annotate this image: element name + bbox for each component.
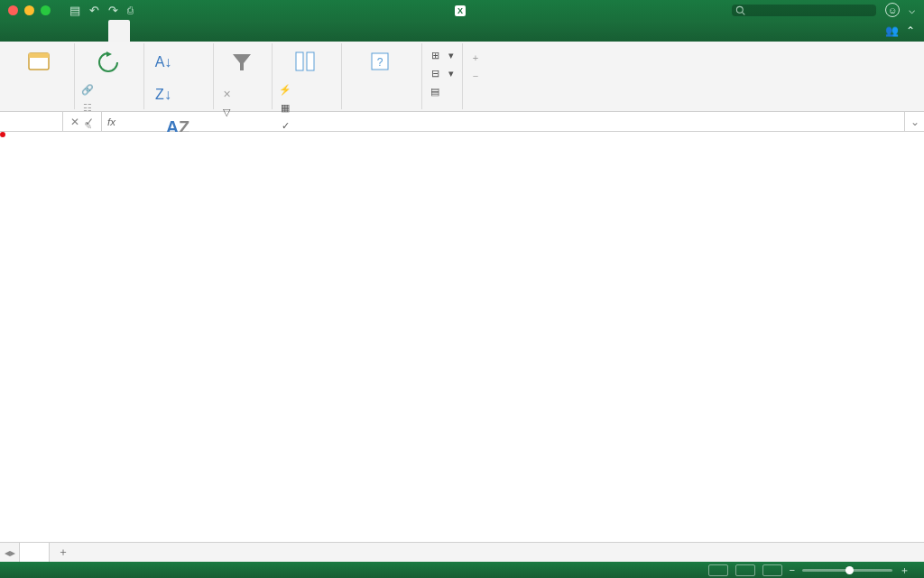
tab-view[interactable] bbox=[152, 20, 173, 42]
formula-input[interactable] bbox=[121, 112, 904, 131]
svg-marker-4 bbox=[106, 51, 112, 57]
tab-data[interactable] bbox=[108, 20, 130, 42]
tab-insert[interactable] bbox=[22, 20, 43, 42]
tab-formulas[interactable] bbox=[87, 20, 108, 42]
titlebar-menu-icon[interactable]: ⌵ bbox=[909, 4, 915, 16]
collapse-ribbon-icon[interactable]: ⌃ bbox=[906, 24, 915, 37]
svg-line-1 bbox=[743, 12, 745, 14]
tab-page-layout[interactable] bbox=[65, 20, 87, 42]
minimize-window-icon[interactable] bbox=[24, 5, 34, 15]
sort-desc-button[interactable]: Z↓ bbox=[148, 78, 179, 110]
subtotal-button[interactable]: ▤ bbox=[426, 82, 457, 100]
view-page-break-icon[interactable] bbox=[762, 564, 782, 576]
sort-asc-button[interactable]: A↓ bbox=[148, 45, 179, 78]
undo-icon[interactable]: ↶ bbox=[89, 4, 99, 17]
window-controls bbox=[8, 5, 51, 15]
refresh-all-button[interactable] bbox=[79, 45, 138, 78]
svg-rect-7 bbox=[307, 52, 314, 70]
add-sheet-button[interactable]: ＋ bbox=[50, 543, 77, 562]
clear-filter-button[interactable]: ✕ bbox=[217, 85, 266, 103]
titlebar: ▤ ↶ ↷ ⎙ X ☺ ⌵ bbox=[0, 0, 924, 20]
quick-access: ▤ ↶ ↷ ⎙ bbox=[69, 4, 134, 17]
group-button[interactable]: ⊞ ▾ bbox=[426, 46, 457, 64]
external-data-button[interactable] bbox=[9, 45, 69, 78]
feedback-icon[interactable]: ☺ bbox=[885, 3, 900, 17]
svg-marker-5 bbox=[233, 54, 251, 70]
text-to-columns-button[interactable] bbox=[276, 45, 336, 78]
view-normal-icon[interactable] bbox=[708, 564, 728, 576]
sheet-tab-active[interactable] bbox=[20, 543, 50, 562]
sheet-nav-icon[interactable]: ◂▸ bbox=[0, 543, 20, 562]
status-bar: − ＋ bbox=[0, 562, 924, 578]
tab-draw[interactable] bbox=[43, 20, 65, 42]
excel-icon: X bbox=[455, 5, 466, 16]
svg-rect-3 bbox=[29, 53, 49, 58]
print-icon[interactable]: ⎙ bbox=[127, 5, 134, 15]
share-button[interactable]: 👥 bbox=[885, 24, 899, 37]
zoom-in-icon[interactable]: ＋ bbox=[900, 564, 910, 577]
zoom-window-icon[interactable] bbox=[41, 5, 51, 15]
show-detail-button[interactable]: + bbox=[467, 49, 485, 67]
what-if-button[interactable]: ? bbox=[346, 45, 416, 78]
filter-button[interactable] bbox=[217, 45, 266, 78]
connections-button[interactable]: 🔗 bbox=[79, 80, 138, 98]
redo-icon[interactable]: ↷ bbox=[108, 4, 118, 17]
worksheet[interactable] bbox=[0, 132, 924, 542]
zoom-out-icon[interactable]: − bbox=[790, 564, 795, 575]
tab-home[interactable] bbox=[0, 20, 22, 42]
svg-point-0 bbox=[736, 6, 743, 13]
name-box[interactable] bbox=[0, 112, 63, 131]
hide-detail-button[interactable]: − bbox=[467, 67, 485, 85]
close-window-icon[interactable] bbox=[8, 5, 18, 15]
zoom-slider[interactable] bbox=[802, 569, 892, 572]
ribbon: 🔗 ☷ ✎ A↓ Z↓ AZ ✕ ▽ ⚡ ▦ bbox=[0, 42, 924, 112]
save-icon[interactable]: ▤ bbox=[69, 4, 80, 17]
flash-fill-button[interactable]: ⚡ bbox=[276, 80, 336, 98]
ungroup-button[interactable]: ⊟ ▾ bbox=[426, 64, 457, 82]
formula-bar: ✕ ✓ fx ⌄ bbox=[0, 112, 924, 132]
tab-review[interactable] bbox=[130, 20, 152, 42]
properties-button[interactable]: ☷ bbox=[79, 98, 138, 117]
highlight-annotation bbox=[0, 132, 5, 137]
expand-formula-bar-icon[interactable]: ⌄ bbox=[904, 112, 924, 131]
search-input[interactable] bbox=[732, 5, 876, 16]
sheet-tabs: ◂▸ ＋ bbox=[0, 542, 924, 562]
ribbon-tabs: 👥 ⌃ bbox=[0, 20, 924, 42]
svg-rect-6 bbox=[296, 52, 303, 70]
svg-text:?: ? bbox=[377, 56, 383, 69]
view-page-layout-icon[interactable] bbox=[735, 564, 755, 576]
